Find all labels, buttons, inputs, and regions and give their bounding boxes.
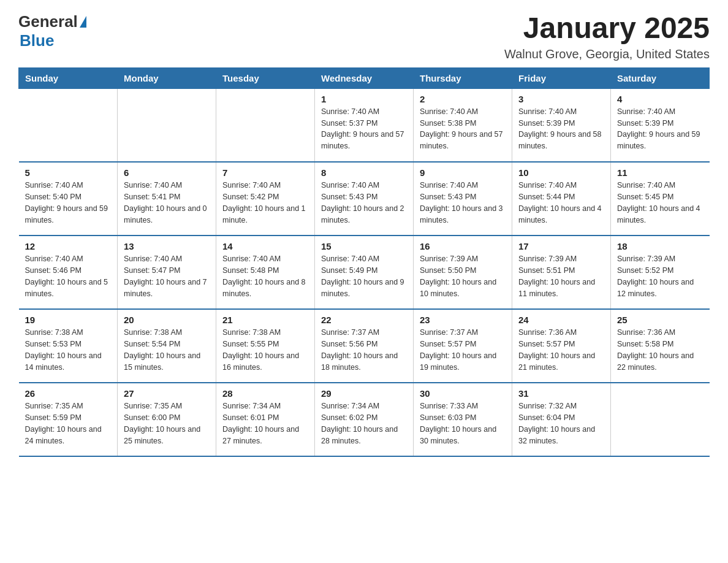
day-info: Sunrise: 7:34 AM Sunset: 6:01 PM Dayligh…	[222, 400, 308, 446]
calendar-week-row: 26Sunrise: 7:35 AM Sunset: 5:59 PM Dayli…	[19, 383, 710, 456]
day-number: 26	[25, 388, 112, 399]
day-info: Sunrise: 7:39 AM Sunset: 5:52 PM Dayligh…	[617, 253, 703, 299]
day-number: 31	[518, 388, 604, 399]
calendar-cell: 23Sunrise: 7:37 AM Sunset: 5:57 PM Dayli…	[414, 309, 512, 383]
calendar-cell: 3Sunrise: 7:40 AM Sunset: 5:39 PM Daylig…	[512, 88, 611, 162]
day-number: 12	[25, 241, 112, 251]
logo-general-text: General	[18, 12, 78, 31]
day-number: 25	[617, 315, 703, 325]
day-info: Sunrise: 7:40 AM Sunset: 5:46 PM Dayligh…	[25, 253, 112, 299]
calendar-cell: 18Sunrise: 7:39 AM Sunset: 5:52 PM Dayli…	[611, 236, 710, 309]
day-info: Sunrise: 7:39 AM Sunset: 5:51 PM Dayligh…	[518, 253, 604, 299]
calendar-day-header: Sunday	[19, 67, 118, 88]
calendar-cell: 29Sunrise: 7:34 AM Sunset: 6:02 PM Dayli…	[315, 383, 414, 456]
day-info: Sunrise: 7:32 AM Sunset: 6:04 PM Dayligh…	[518, 400, 604, 446]
calendar-cell: 12Sunrise: 7:40 AM Sunset: 5:46 PM Dayli…	[19, 236, 118, 309]
title-area: January 2025 Walnut Grove, Georgia, Unit…	[504, 12, 710, 61]
day-info: Sunrise: 7:40 AM Sunset: 5:41 PM Dayligh…	[124, 180, 210, 226]
calendar-cell: 5Sunrise: 7:40 AM Sunset: 5:40 PM Daylig…	[19, 162, 118, 236]
day-number: 13	[124, 241, 210, 251]
calendar-cell: 1Sunrise: 7:40 AM Sunset: 5:37 PM Daylig…	[315, 88, 414, 162]
day-number: 27	[124, 388, 210, 399]
day-number: 4	[617, 94, 703, 104]
calendar-cell: 21Sunrise: 7:38 AM Sunset: 5:55 PM Dayli…	[216, 309, 315, 383]
day-number: 20	[124, 315, 210, 325]
day-number: 19	[25, 315, 112, 325]
day-number: 23	[420, 315, 506, 325]
day-info: Sunrise: 7:38 AM Sunset: 5:54 PM Dayligh…	[124, 327, 210, 373]
day-info: Sunrise: 7:40 AM Sunset: 5:47 PM Dayligh…	[124, 253, 210, 299]
day-number: 11	[617, 167, 703, 178]
day-info: Sunrise: 7:38 AM Sunset: 5:55 PM Dayligh…	[222, 327, 308, 373]
day-number: 28	[222, 388, 308, 399]
calendar-cell: 9Sunrise: 7:40 AM Sunset: 5:43 PM Daylig…	[414, 162, 512, 236]
calendar-cell: 7Sunrise: 7:40 AM Sunset: 5:42 PM Daylig…	[216, 162, 315, 236]
day-number: 15	[321, 241, 407, 251]
calendar-cell: 17Sunrise: 7:39 AM Sunset: 5:51 PM Dayli…	[512, 236, 611, 309]
calendar-week-row: 19Sunrise: 7:38 AM Sunset: 5:53 PM Dayli…	[19, 309, 710, 383]
day-info: Sunrise: 7:34 AM Sunset: 6:02 PM Dayligh…	[321, 400, 407, 446]
day-info: Sunrise: 7:37 AM Sunset: 5:56 PM Dayligh…	[321, 327, 407, 373]
calendar-cell: 13Sunrise: 7:40 AM Sunset: 5:47 PM Dayli…	[118, 236, 216, 309]
day-info: Sunrise: 7:36 AM Sunset: 5:58 PM Dayligh…	[617, 327, 703, 373]
calendar-day-header: Tuesday	[216, 67, 315, 88]
day-number: 3	[518, 94, 604, 104]
day-info: Sunrise: 7:35 AM Sunset: 5:59 PM Dayligh…	[25, 400, 112, 446]
calendar-cell: 11Sunrise: 7:40 AM Sunset: 5:45 PM Dayli…	[611, 162, 710, 236]
calendar-cell: 4Sunrise: 7:40 AM Sunset: 5:39 PM Daylig…	[611, 88, 710, 162]
day-number: 9	[420, 167, 506, 178]
calendar-cell: 25Sunrise: 7:36 AM Sunset: 5:58 PM Dayli…	[611, 309, 710, 383]
day-number: 1	[321, 94, 407, 104]
day-number: 24	[518, 315, 604, 325]
day-number: 16	[420, 241, 506, 251]
calendar-cell: 6Sunrise: 7:40 AM Sunset: 5:41 PM Daylig…	[118, 162, 216, 236]
calendar-day-header: Friday	[512, 67, 611, 88]
day-info: Sunrise: 7:40 AM Sunset: 5:49 PM Dayligh…	[321, 253, 407, 299]
day-info: Sunrise: 7:38 AM Sunset: 5:53 PM Dayligh…	[25, 327, 112, 373]
calendar-week-row: 1Sunrise: 7:40 AM Sunset: 5:37 PM Daylig…	[19, 88, 710, 162]
calendar-cell: 2Sunrise: 7:40 AM Sunset: 5:38 PM Daylig…	[414, 88, 512, 162]
day-info: Sunrise: 7:40 AM Sunset: 5:39 PM Dayligh…	[617, 106, 703, 152]
day-number: 17	[518, 241, 604, 251]
day-number: 5	[25, 167, 112, 178]
calendar-cell: 19Sunrise: 7:38 AM Sunset: 5:53 PM Dayli…	[19, 309, 118, 383]
calendar-cell: 16Sunrise: 7:39 AM Sunset: 5:50 PM Dayli…	[414, 236, 512, 309]
page-header: General Blue January 2025 Walnut Grove, …	[18, 12, 710, 61]
day-number: 2	[420, 94, 506, 104]
calendar-cell	[19, 88, 118, 162]
day-number: 14	[222, 241, 308, 251]
calendar-day-header: Saturday	[611, 67, 710, 88]
calendar-cell: 22Sunrise: 7:37 AM Sunset: 5:56 PM Dayli…	[315, 309, 414, 383]
day-info: Sunrise: 7:40 AM Sunset: 5:48 PM Dayligh…	[222, 253, 308, 299]
day-number: 8	[321, 167, 407, 178]
calendar-week-row: 5Sunrise: 7:40 AM Sunset: 5:40 PM Daylig…	[19, 162, 710, 236]
calendar-header-row: SundayMondayTuesdayWednesdayThursdayFrid…	[19, 67, 710, 88]
day-number: 18	[617, 241, 703, 251]
day-info: Sunrise: 7:40 AM Sunset: 5:45 PM Dayligh…	[617, 180, 703, 226]
calendar-cell: 24Sunrise: 7:36 AM Sunset: 5:57 PM Dayli…	[512, 309, 611, 383]
calendar-cell	[216, 88, 315, 162]
day-number: 30	[420, 388, 506, 399]
calendar-cell: 30Sunrise: 7:33 AM Sunset: 6:03 PM Dayli…	[414, 383, 512, 456]
calendar-cell: 26Sunrise: 7:35 AM Sunset: 5:59 PM Dayli…	[19, 383, 118, 456]
location-text: Walnut Grove, Georgia, United States	[504, 47, 710, 61]
day-number: 21	[222, 315, 308, 325]
calendar-cell: 15Sunrise: 7:40 AM Sunset: 5:49 PM Dayli…	[315, 236, 414, 309]
calendar-table: SundayMondayTuesdayWednesdayThursdayFrid…	[18, 67, 710, 458]
day-info: Sunrise: 7:36 AM Sunset: 5:57 PM Dayligh…	[518, 327, 604, 373]
day-info: Sunrise: 7:40 AM Sunset: 5:38 PM Dayligh…	[420, 106, 506, 152]
calendar-cell	[611, 383, 710, 456]
day-info: Sunrise: 7:40 AM Sunset: 5:44 PM Dayligh…	[518, 180, 604, 226]
day-info: Sunrise: 7:40 AM Sunset: 5:39 PM Dayligh…	[518, 106, 604, 152]
day-info: Sunrise: 7:35 AM Sunset: 6:00 PM Dayligh…	[124, 400, 210, 446]
calendar-cell: 8Sunrise: 7:40 AM Sunset: 5:43 PM Daylig…	[315, 162, 414, 236]
calendar-day-header: Thursday	[414, 67, 512, 88]
day-info: Sunrise: 7:39 AM Sunset: 5:50 PM Dayligh…	[420, 253, 506, 299]
day-number: 10	[518, 167, 604, 178]
day-info: Sunrise: 7:40 AM Sunset: 5:42 PM Dayligh…	[222, 180, 308, 226]
day-info: Sunrise: 7:40 AM Sunset: 5:43 PM Dayligh…	[321, 180, 407, 226]
day-number: 22	[321, 315, 407, 325]
day-info: Sunrise: 7:37 AM Sunset: 5:57 PM Dayligh…	[420, 327, 506, 373]
day-info: Sunrise: 7:40 AM Sunset: 5:37 PM Dayligh…	[321, 106, 407, 152]
day-info: Sunrise: 7:40 AM Sunset: 5:43 PM Dayligh…	[420, 180, 506, 226]
